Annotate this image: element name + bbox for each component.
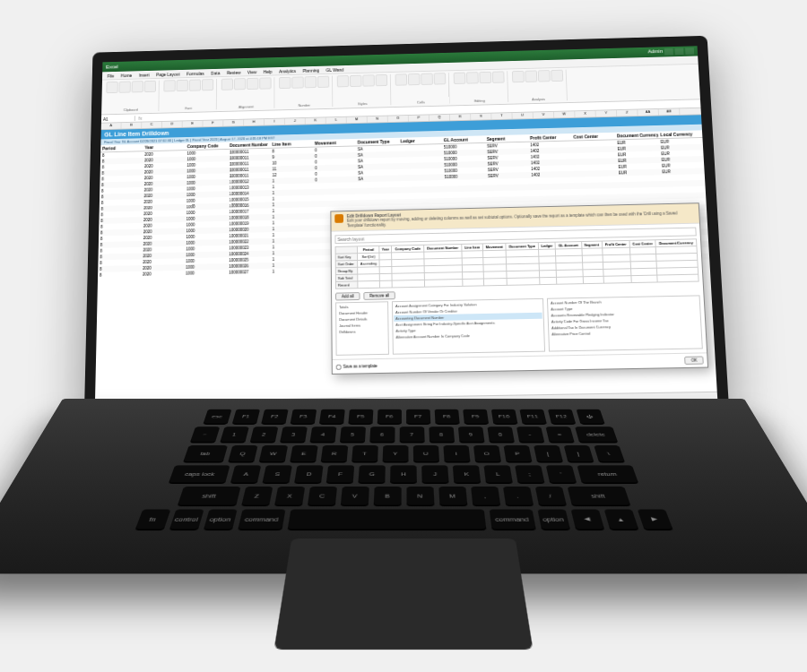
col-header[interactable]: I: [265, 118, 285, 125]
layout-cell[interactable]: [507, 278, 540, 286]
menu-tab[interactable]: View: [247, 69, 256, 74]
name-box[interactable]: A1: [101, 116, 135, 122]
layout-cell[interactable]: [583, 276, 603, 283]
ribbon-button[interactable]: [479, 72, 491, 83]
ribbon-button[interactable]: [202, 79, 213, 90]
col-header[interactable]: Z: [617, 109, 638, 116]
col-header[interactable]: W: [554, 111, 576, 117]
layout-cell[interactable]: [631, 275, 658, 282]
layout-cell[interactable]: [380, 280, 393, 288]
ribbon-button[interactable]: [177, 80, 188, 91]
category-list[interactable]: TotalsDocument HeaderDocument DetailsJou…: [335, 301, 389, 356]
layout-cell[interactable]: [557, 277, 583, 284]
col-header[interactable]: E: [183, 121, 204, 127]
remove-all-button[interactable]: Remove all: [363, 291, 395, 300]
ribbon-button[interactable]: [317, 76, 329, 88]
col-header[interactable]: C: [142, 122, 162, 128]
ribbon-button[interactable]: [163, 80, 175, 91]
menu-tab[interactable]: Help: [264, 69, 273, 74]
layout-grid[interactable]: PeriodYearCompany CodeDocument NumberLin…: [335, 238, 699, 289]
menu-tab[interactable]: Home: [121, 73, 133, 78]
layout-cell[interactable]: [424, 280, 463, 288]
save-template-checkbox[interactable]: Save as a template: [336, 364, 377, 370]
layout-cell[interactable]: [463, 279, 484, 286]
col-header[interactable]: S: [471, 114, 491, 120]
ribbon-button[interactable]: [551, 70, 563, 82]
ribbon-button[interactable]: [376, 74, 388, 86]
ribbon-button[interactable]: [234, 78, 246, 90]
col-header[interactable]: P: [409, 115, 430, 121]
ribbon-button[interactable]: [421, 73, 433, 85]
menu-tab[interactable]: Analytics: [279, 68, 296, 73]
menu-tab[interactable]: GL Wand: [326, 66, 344, 72]
col-header[interactable]: N: [368, 116, 388, 123]
menu-tab[interactable]: Review: [227, 70, 241, 75]
ribbon-button[interactable]: [305, 76, 317, 88]
fx-icon[interactable]: fx: [135, 116, 145, 121]
col-header[interactable]: T: [491, 113, 512, 119]
ribbon-button[interactable]: [362, 74, 375, 86]
menu-tab[interactable]: Planning: [303, 67, 320, 73]
ribbon-button[interactable]: [454, 73, 466, 84]
col-header[interactable]: R: [450, 114, 471, 120]
ribbon-button[interactable]: [337, 75, 349, 87]
layout-cell[interactable]: [358, 281, 380, 289]
ribbon-button[interactable]: [350, 75, 362, 87]
layout-cell[interactable]: [603, 276, 631, 284]
menu-tab[interactable]: Page Layout: [156, 71, 180, 76]
ribbon-button[interactable]: [144, 81, 156, 92]
layout-cell[interactable]: [657, 274, 699, 282]
ribbon-button[interactable]: [512, 71, 525, 82]
col-header[interactable]: O: [388, 116, 409, 122]
ribbon-button[interactable]: [247, 78, 258, 90]
col-header[interactable]: B: [121, 123, 142, 129]
ribbon-button[interactable]: [221, 78, 233, 90]
minimize-icon[interactable]: [664, 48, 673, 56]
col-header[interactable]: AA: [638, 109, 659, 116]
ribbon-button[interactable]: [525, 70, 537, 82]
col-header[interactable]: X: [575, 111, 596, 117]
col-header[interactable]: M: [347, 116, 368, 123]
add-all-button[interactable]: Add all: [335, 292, 360, 300]
menu-tab[interactable]: Insert: [139, 72, 150, 77]
ribbon-button[interactable]: [466, 72, 479, 83]
ribbon-button[interactable]: [492, 71, 505, 82]
ribbon-button[interactable]: [538, 70, 551, 82]
col-header[interactable]: F: [203, 120, 223, 126]
close-icon[interactable]: [685, 47, 694, 55]
maximize-icon[interactable]: [674, 48, 683, 56]
col-header[interactable]: AB: [659, 108, 681, 115]
ribbon-button[interactable]: [408, 73, 421, 85]
ribbon-button[interactable]: [291, 76, 303, 88]
category-item[interactable]: Drilldowns: [337, 328, 386, 335]
ribbon-button[interactable]: [189, 79, 201, 90]
col-header[interactable]: U: [512, 112, 533, 118]
col-header[interactable]: Y: [596, 110, 618, 116]
col-header[interactable]: A: [101, 123, 122, 129]
ribbon-button[interactable]: [118, 82, 130, 93]
ribbon-button[interactable]: [279, 77, 291, 89]
ribbon-button[interactable]: [106, 82, 117, 93]
available-fields-left[interactable]: Account Assignment Category For Industry…: [392, 298, 545, 355]
col-header[interactable]: D: [162, 121, 183, 127]
layout-cell[interactable]: [392, 280, 424, 289]
col-header[interactable]: J: [285, 118, 306, 125]
save-template-check[interactable]: [336, 364, 342, 369]
layout-cell[interactable]: [483, 279, 507, 286]
ribbon-button[interactable]: [434, 73, 447, 84]
menu-tab[interactable]: Data: [211, 70, 220, 75]
ribbon-button[interactable]: [132, 81, 143, 92]
menu-tab[interactable]: File: [108, 73, 115, 78]
worksheet[interactable]: ABCDEFGHIJKLMNOPQRSTUVWXYZAAAB GL Line I…: [95, 108, 718, 411]
col-header[interactable]: K: [306, 117, 326, 124]
col-header[interactable]: L: [326, 117, 347, 124]
col-header[interactable]: V: [534, 112, 555, 118]
col-header[interactable]: G: [223, 120, 244, 126]
ribbon-button[interactable]: [395, 73, 408, 85]
menu-tab[interactable]: Formulas: [187, 71, 204, 76]
col-header[interactable]: H: [244, 119, 265, 125]
ok-button[interactable]: OK: [685, 357, 704, 365]
available-fields-right[interactable]: Account Number Of The BranchAccount Type…: [547, 296, 703, 352]
layout-cell[interactable]: [540, 278, 558, 285]
ribbon-button[interactable]: [259, 77, 271, 89]
